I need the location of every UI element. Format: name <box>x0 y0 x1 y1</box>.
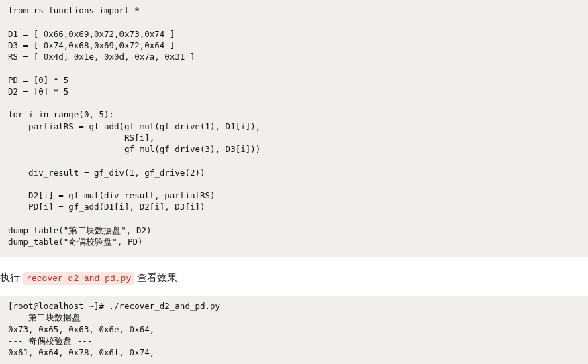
desc-suffix: 查看效果 <box>134 271 177 283</box>
output-code-block: [root@localhost ~]# ./recover_d2_and_pd.… <box>0 296 588 364</box>
source-code-block: from rs_functions import * D1 = [ 0x66,0… <box>0 0 588 257</box>
description-paragraph: 执行 recover_d2_and_pd.py 查看效果 <box>0 269 588 286</box>
output-code: [root@localhost ~]# ./recover_d2_and_pd.… <box>8 301 220 357</box>
source-code: from rs_functions import * D1 = [ 0x66,0… <box>8 5 260 247</box>
filename-code: recover_d2_and_pd.py <box>23 272 134 285</box>
desc-prefix: 执行 <box>0 271 23 283</box>
